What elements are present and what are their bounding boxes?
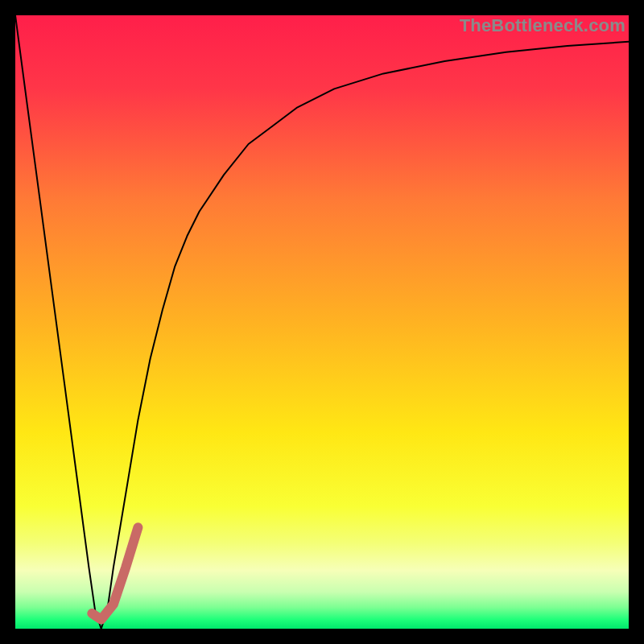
plot-area: TheBottleneck.com — [15, 15, 629, 629]
chart-frame: TheBottleneck.com — [0, 0, 644, 644]
bottleneck-curve — [15, 15, 629, 629]
watermark-text: TheBottleneck.com — [460, 15, 625, 36]
marker-hook — [92, 527, 138, 619]
chart-curves — [15, 15, 629, 629]
